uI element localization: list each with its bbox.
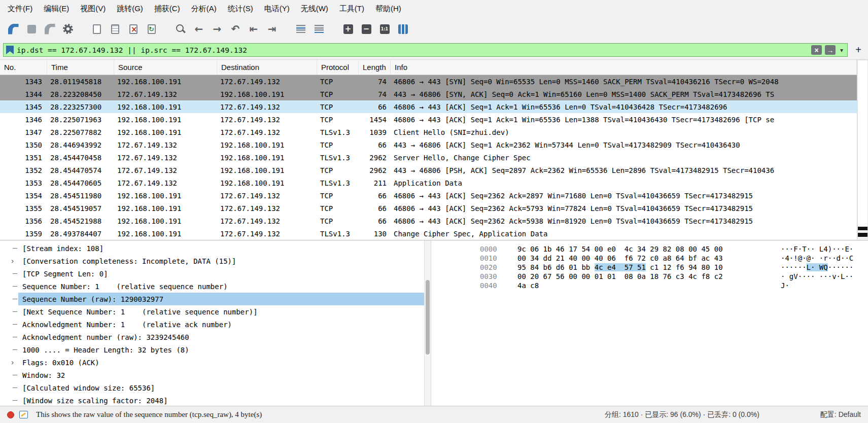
go-forward-button[interactable]: → <box>211 22 224 36</box>
packet-row[interactable]: 135028.446943992172.67.149.132192.168.10… <box>0 138 857 151</box>
detail-line[interactable]: [Window size scaling factor: 2048] <box>0 394 431 406</box>
start-capture-button[interactable] <box>7 22 20 36</box>
column-header-protocol[interactable]: Protocol <box>317 60 359 75</box>
detail-scrollbar[interactable] <box>424 240 431 406</box>
packet-row[interactable]: 134328.011945818192.168.100.191172.67.14… <box>0 75 857 88</box>
detail-line[interactable]: [Calculated window size: 65536] <box>0 381 431 394</box>
hex-row[interactable]: 003000 20 67 56 00 00 01 01 08 0a 18 76 … <box>480 272 868 281</box>
zoom-in-button[interactable]: + <box>341 22 355 36</box>
hex-bytes[interactable]: 95 84 b6 d6 01 bb 4c e4 57 51 c1 12 f6 9… <box>517 263 723 271</box>
detail-line[interactable]: Sequence Number (raw): 1290032977 <box>0 293 431 305</box>
hex-bytes[interactable]: 9c 06 1b 46 17 54 00 e0 4c 34 29 82 08 0… <box>517 245 723 253</box>
go-to-last-packet-button[interactable]: ⇥ <box>265 22 279 36</box>
open-capture-file-button[interactable] <box>90 22 103 36</box>
expander-icon[interactable]: › <box>0 255 18 267</box>
column-header-destination[interactable]: Destination <box>217 60 317 75</box>
auto-scroll-button[interactable] <box>313 22 326 36</box>
hex-bytes[interactable]: 00 34 dd 21 40 00 40 06 f6 72 c0 a8 64 b… <box>517 254 723 262</box>
detail-line[interactable]: [Next Sequence Number: 1 (relative seque… <box>0 305 431 318</box>
save-capture-file-button[interactable] <box>109 22 122 36</box>
go-to-packet-button[interactable]: ↶ <box>229 22 242 36</box>
colorize-packet-list-button[interactable] <box>294 22 307 36</box>
column-header-time[interactable]: Time <box>47 60 114 75</box>
packet-row[interactable]: 135628.454521988192.168.100.191172.67.14… <box>0 215 857 227</box>
detail-line[interactable]: ›[Conversation completeness: Incomplete,… <box>0 255 431 267</box>
menu-item[interactable]: 无线(W) <box>295 0 334 17</box>
filter-bookmark-icon[interactable] <box>6 46 14 54</box>
hex-ascii[interactable]: J· <box>781 281 789 290</box>
find-packet-button[interactable] <box>174 22 187 36</box>
filter-add-button[interactable]: + <box>852 44 865 57</box>
filter-clear-button[interactable]: × <box>811 45 822 55</box>
stop-capture-button[interactable] <box>25 22 38 36</box>
hex-row[interactable]: 00404a c8J· <box>480 281 868 290</box>
capture-options-button[interactable] <box>61 22 75 36</box>
restart-capture-button[interactable] <box>43 22 56 36</box>
packet-cell-length: 66 <box>359 215 391 227</box>
hex-ascii[interactable]: · gV···· ···v·L·· <box>781 272 853 280</box>
menu-item[interactable]: 视图(V) <box>75 0 111 17</box>
scrollbar-thumb[interactable] <box>857 60 868 238</box>
detail-line[interactable]: Sequence Number: 1 (relative sequence nu… <box>0 280 431 293</box>
filter-dropdown-icon[interactable]: ▾ <box>840 47 843 54</box>
column-header-source[interactable]: Source <box>114 60 217 75</box>
packet-row[interactable]: 135428.454511980192.168.100.191172.67.14… <box>0 189 857 202</box>
menu-item[interactable]: 分析(A) <box>186 0 222 17</box>
packet-row[interactable]: 135528.454519057192.168.100.191172.67.14… <box>0 202 857 215</box>
menu-item[interactable]: 捕获(C) <box>149 0 186 17</box>
packet-cell-time: 28.454470574 <box>47 164 114 177</box>
menu-item[interactable]: 编辑(E) <box>38 0 75 17</box>
detail-line[interactable]: Acknowledgment number (raw): 3239245460 <box>0 331 431 343</box>
status-profile[interactable]: 配置: Default <box>820 410 861 419</box>
packet-row[interactable]: 135128.454470458172.67.149.132192.168.10… <box>0 151 857 164</box>
filter-apply-button[interactable]: → <box>825 45 836 55</box>
detail-line-text: Flags: 0x010 (ACK) <box>18 356 431 369</box>
packet-row[interactable]: 135228.454470574172.67.149.132192.168.10… <box>0 164 857 177</box>
detail-line[interactable]: [TCP Segment Len: 0] <box>0 267 431 280</box>
hex-row[interactable]: 001000 34 dd 21 40 00 40 06 f6 72 c0 a8 … <box>480 254 868 263</box>
column-header-no[interactable]: No. <box>0 60 47 75</box>
hex-bytes[interactable]: 4a c8 <box>517 281 723 290</box>
packet-cell-source: 172.67.149.132 <box>114 88 217 100</box>
menu-item[interactable]: 工具(T) <box>334 0 370 17</box>
hex-row[interactable]: 002095 84 b6 d6 01 bb 4c e4 57 51 c1 12 … <box>480 263 868 272</box>
detail-line[interactable]: Acknowledgment Number: 1 (relative ack n… <box>0 318 431 331</box>
detail-line[interactable]: 1000 .... = Header Length: 32 bytes (8) <box>0 343 431 356</box>
close-capture-file-button[interactable] <box>127 22 140 36</box>
menu-item[interactable]: 跳转(G) <box>111 0 149 17</box>
hex-bytes[interactable]: 00 20 67 56 00 00 01 01 08 0a 18 76 c3 4… <box>517 272 723 280</box>
column-header-length[interactable]: Length <box>359 60 391 75</box>
expander-icon[interactable]: › <box>0 356 18 369</box>
detail-line[interactable]: ›Flags: 0x010 (ACK) <box>0 356 431 369</box>
packet-row[interactable]: 134528.223257300192.168.100.191172.67.14… <box>0 100 857 113</box>
hex-ascii[interactable]: ···F·T·· L4)···E· <box>781 245 853 253</box>
zoom-out-button[interactable]: − <box>360 22 373 36</box>
detail-line[interactable]: [Stream index: 108] <box>0 242 431 255</box>
hex-ascii[interactable]: ·4·!@·@· ·r··d··C <box>781 254 853 262</box>
display-filter-input[interactable]: ip.dst == 172.67.149.132 || ip.src == 17… <box>3 43 848 57</box>
capture-comment-icon[interactable] <box>19 411 28 418</box>
detail-scrollbar-thumb[interactable] <box>426 280 430 355</box>
packet-row[interactable]: 135328.454470605172.67.149.132192.168.10… <box>0 177 857 189</box>
zoom-original-button[interactable]: 1:1 <box>378 22 391 36</box>
menu-item[interactable]: 文件(F) <box>2 0 38 17</box>
go-back-button[interactable]: ← <box>192 22 205 36</box>
detail-line[interactable]: Window: 32 <box>0 369 431 381</box>
column-header-info[interactable]: Info <box>391 60 857 75</box>
packet-cell-protocol: TLSv1.3 <box>317 227 359 240</box>
resize-columns-button[interactable] <box>396 22 409 36</box>
packet-row[interactable]: 134728.225077882192.168.100.191172.67.14… <box>0 126 857 138</box>
expert-info-icon[interactable] <box>7 411 14 418</box>
hex-row[interactable]: 00009c 06 1b 46 17 54 00 e0 4c 34 29 82 … <box>480 244 868 254</box>
packet-row[interactable]: 135928.493784407192.168.100.191172.67.14… <box>0 227 857 240</box>
go-to-first-packet-button[interactable]: ⇤ <box>247 22 260 36</box>
menu-item[interactable]: 电话(Y) <box>259 0 295 17</box>
packet-row[interactable]: 134628.225071963192.168.100.191172.67.14… <box>0 113 857 126</box>
menu-item[interactable]: 帮助(H) <box>370 0 407 17</box>
packet-row[interactable]: 134428.223208450172.67.149.132192.168.10… <box>0 88 857 100</box>
zoom-out-icon: − <box>362 24 371 34</box>
reload-capture-file-button[interactable] <box>145 22 158 36</box>
menu-item[interactable]: 统计(S) <box>222 0 259 17</box>
hex-ascii[interactable]: ······L· WQ······ <box>781 263 853 271</box>
packet-list-scrollbar[interactable] <box>857 60 868 240</box>
